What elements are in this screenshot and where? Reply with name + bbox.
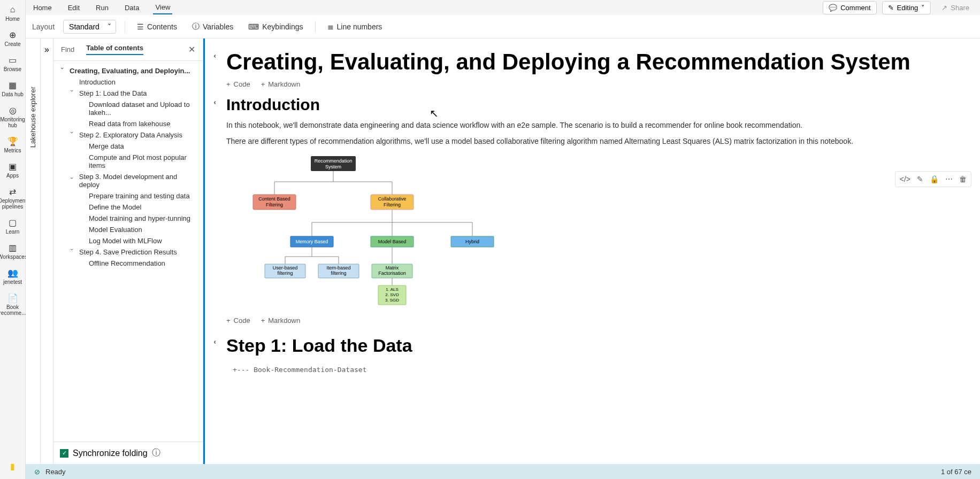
chevron-down-icon: ˅ — [108, 22, 111, 31]
toc-item-4[interactable]: Read data from lakehouse — [53, 118, 203, 129]
lock-icon[interactable]: 🔒 — [930, 175, 939, 183]
toc-item-12[interactable]: Model Evaluation — [53, 224, 203, 235]
menu-data[interactable]: Data — [122, 2, 141, 14]
menu-edit[interactable]: Edit — [66, 2, 82, 14]
comment-button[interactable]: 💬Comment — [823, 1, 876, 14]
line-numbers-button[interactable]: ≣Line numbers — [324, 20, 386, 33]
tab-find[interactable]: Find — [61, 45, 74, 53]
toc-item-label: Step 4. Save Prediction Results — [79, 248, 177, 256]
menu-run[interactable]: Run — [94, 2, 111, 14]
rail-datahub[interactable]: ▦Data hub — [0, 80, 26, 97]
metrics-icon: 🏆 — [7, 136, 18, 146]
editing-button[interactable]: ✎Editing˅ — [882, 1, 931, 14]
rail-monitoring[interactable]: ◎Monitoring hub — [0, 105, 26, 128]
toc-item-14[interactable]: ›Step 4. Save Prediction Results — [53, 246, 203, 258]
toc-item-13[interactable]: Log Model with MLFlow — [53, 235, 203, 246]
sync-label: Synchronize folding — [73, 449, 148, 458]
chevron-down-icon: ˅ — [921, 4, 925, 12]
top-menu: Home Edit Run Data View 💬Comment ✎Editin… — [26, 0, 980, 15]
toc-item-label: Merge data — [89, 142, 124, 150]
chevron-right-icon: » — [44, 45, 49, 464]
left-rail: ⌂Home ⊕Create ▭Browse ▦Data hub ◎Monitor… — [0, 0, 26, 479]
add-code-button[interactable]: +Code — [226, 80, 250, 88]
toc-item-label: Offline Recommendation — [89, 259, 165, 267]
toc-item-10[interactable]: Define the Model — [53, 202, 203, 213]
code-icon[interactable]: </> — [900, 175, 910, 183]
svg-text:Recommendation: Recommendation — [315, 158, 353, 164]
toc-item-0[interactable]: ›Creating, Evaluating, and Deployin... — [53, 65, 203, 76]
svg-text:Filtering: Filtering — [266, 202, 283, 207]
toc-item-3[interactable]: Download dataset and Upload to lakeh... — [53, 99, 203, 118]
menu-view[interactable]: View — [153, 1, 172, 14]
menu-home[interactable]: Home — [31, 2, 54, 14]
rail-workspace-user[interactable]: 👥jenetest — [0, 267, 26, 285]
layout-select[interactable]: Standard ˅ — [63, 20, 116, 34]
more-icon[interactable]: ⋯ — [945, 175, 953, 183]
rail-pipelines[interactable]: ⇄Deployment pipelines — [0, 186, 26, 210]
svg-text:3. SGD: 3. SGD — [385, 298, 399, 303]
plus-icon: + — [226, 316, 231, 325]
browse-icon: ▭ — [7, 55, 18, 65]
toc-expand-toggle[interactable]: » — [41, 38, 53, 464]
toc-item-9[interactable]: Prepare training and testing data — [53, 190, 203, 202]
svg-text:User-based: User-based — [273, 265, 298, 271]
toc-item-6[interactable]: Merge data — [53, 141, 203, 152]
main-area: Home Edit Run Data View 💬Comment ✎Editin… — [26, 0, 980, 479]
toc-item-2[interactable]: ›Step 1: Load the Data — [53, 88, 203, 99]
tab-toc[interactable]: Table of contents — [86, 44, 143, 55]
notebook-scroll[interactable]: ⌄ Creating, Evaluating, and Deploying a … — [203, 38, 980, 464]
learn-icon: ▢ — [7, 217, 18, 228]
svg-text:Filtering: Filtering — [384, 202, 401, 207]
monitoring-icon: ◎ — [7, 105, 18, 115]
toc-item-label: Introduction — [79, 78, 116, 86]
chevron-down-icon[interactable]: ⌄ — [212, 53, 220, 59]
toc-item-7[interactable]: Compute and Plot most popular items — [53, 152, 203, 171]
edit-icon[interactable]: ✎ — [917, 175, 923, 183]
add-code-button[interactable]: +Code — [226, 316, 250, 325]
rail-browse[interactable]: ▭Browse — [0, 55, 26, 72]
toc-panel: Find Table of contents ✕ ›Creating, Eval… — [53, 38, 203, 464]
toc-item-15[interactable]: Offline Recommendation — [53, 258, 203, 269]
top-right-actions: 💬Comment ✎Editing˅ ↗Share — [823, 1, 975, 14]
chevron-down-icon: › — [69, 90, 75, 97]
home-icon: ⌂ — [7, 4, 18, 15]
rail-learn[interactable]: ▢Learn — [0, 217, 26, 235]
close-icon[interactable]: ✕ — [188, 44, 195, 55]
rail-create[interactable]: ⊕Create — [0, 29, 26, 47]
info-icon[interactable]: ⓘ — [152, 447, 160, 459]
toc-item-1[interactable]: Introduction — [53, 76, 203, 88]
edit-icon: ✎ — [888, 4, 894, 12]
sync-checkbox[interactable]: ✓ — [60, 449, 68, 458]
add-cell-row-2: +Code +Markdown — [226, 316, 948, 325]
rail-workspaces[interactable]: ▥Workspaces — [0, 242, 26, 260]
svg-text:1. ALS: 1. ALS — [386, 287, 399, 292]
workspaces-icon: ▥ — [7, 242, 18, 253]
add-markdown-button[interactable]: +Markdown — [261, 316, 301, 325]
rail-apps[interactable]: ▣Apps — [0, 161, 26, 179]
delete-icon[interactable]: 🗑 — [959, 175, 967, 183]
notebook-icon: 📄 — [7, 292, 18, 303]
keyboard-icon: ⌨ — [248, 22, 259, 31]
chevron-down-icon: › — [59, 67, 66, 75]
contents-button[interactable]: ☰Contents — [134, 20, 180, 33]
variables-button[interactable]: ⓘVariables — [189, 20, 236, 34]
chevron-down-icon[interactable]: ⌄ — [212, 100, 220, 105]
lakehouse-explorer-collapsed[interactable]: Lakehouse explorer — [26, 38, 41, 464]
toc-item-5[interactable]: ›Step 2. Exploratory Data Analysis — [53, 129, 203, 141]
chevron-down-icon[interactable]: ⌄ — [212, 339, 220, 345]
recommendation-diagram: Recommendation System Content Based Filt… — [226, 153, 948, 310]
status-ready-icon: ⊘ — [34, 468, 40, 476]
rail-powerbi[interactable]: ▮ — [0, 461, 26, 472]
status-bar: ⊘ Ready 1 of 67 ce — [26, 464, 980, 479]
toc-item-8[interactable]: ›Step 3. Model development and deploy — [53, 171, 203, 190]
layout-label: Layout — [32, 22, 55, 31]
notebook-title: ⌄ Creating, Evaluating, and Deploying a … — [226, 49, 948, 75]
datahub-icon: ▦ — [7, 80, 18, 90]
rail-metrics[interactable]: 🏆Metrics — [0, 136, 26, 153]
add-markdown-button[interactable]: +Markdown — [261, 80, 301, 88]
rail-notebook[interactable]: 📄Book recomme... — [0, 292, 26, 316]
rail-home[interactable]: ⌂Home — [0, 4, 26, 22]
toc-item-11[interactable]: Model training and hyper-tunning — [53, 213, 203, 224]
svg-text:Factorisation: Factorisation — [378, 271, 406, 276]
keybindings-button[interactable]: ⌨Keybindings — [245, 20, 306, 33]
